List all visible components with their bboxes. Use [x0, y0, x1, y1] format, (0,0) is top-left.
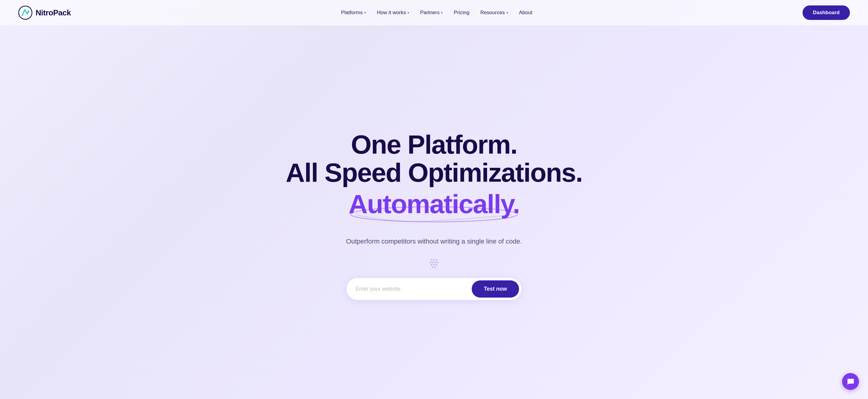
hero-section: One Platform. All Speed Optimizations. A… — [0, 26, 868, 399]
nav-item-how-it-works[interactable]: How it works ▾ — [377, 10, 409, 16]
nav-item-about[interactable]: About — [519, 10, 532, 16]
svg-point-10 — [431, 264, 433, 265]
svg-point-1 — [27, 10, 29, 12]
chat-icon — [846, 377, 855, 386]
nav-link-platforms[interactable]: Platforms ▾ — [341, 10, 366, 16]
brand-name: NitroPack — [36, 8, 71, 18]
hero-subtitle: Outperform competitors without writing a… — [346, 237, 522, 246]
dot-chevron-decoration — [425, 257, 443, 271]
nav-link-pricing[interactable]: Pricing — [454, 10, 469, 16]
svg-point-7 — [432, 261, 434, 263]
svg-point-0 — [19, 6, 32, 19]
svg-point-13 — [432, 266, 434, 268]
test-now-button[interactable]: Test now — [472, 280, 519, 297]
hero-title-line2: All Speed Optimizations. — [286, 159, 582, 187]
svg-point-9 — [437, 261, 438, 263]
svg-point-8 — [435, 261, 436, 263]
nav-item-resources[interactable]: Resources ▾ — [480, 10, 508, 16]
chevron-down-icon: ▾ — [506, 11, 508, 15]
svg-point-3 — [431, 259, 433, 260]
hero-title-auto: Automatically. — [349, 190, 520, 219]
logo-icon — [18, 5, 33, 20]
svg-point-12 — [436, 264, 437, 265]
nav-item-platforms[interactable]: Platforms ▾ — [341, 10, 366, 16]
svg-point-14 — [435, 266, 436, 268]
nav-item-pricing[interactable]: Pricing — [454, 10, 469, 16]
chat-bubble-button[interactable] — [842, 373, 859, 390]
website-input-bar: Test now — [346, 278, 522, 300]
navbar: NitroPack Platforms ▾ How it works ▾ Par… — [0, 0, 868, 26]
nav-link-how-it-works[interactable]: How it works ▾ — [377, 10, 409, 16]
nav-item-partners[interactable]: Partners ▾ — [420, 10, 443, 16]
website-input[interactable] — [355, 286, 472, 292]
dashboard-button[interactable]: Dashboard — [803, 5, 850, 20]
nav-link-resources[interactable]: Resources ▾ — [480, 10, 508, 16]
nav-link-about[interactable]: About — [519, 10, 532, 16]
nav-links: Platforms ▾ How it works ▾ Partners ▾ Pr… — [341, 10, 532, 16]
logo-link[interactable]: NitroPack — [18, 5, 71, 20]
svg-point-4 — [433, 259, 435, 260]
chevron-down-icon: ▾ — [364, 11, 366, 15]
svg-point-11 — [433, 264, 435, 265]
hero-auto-wrapper: Automatically. — [349, 190, 520, 219]
chevron-down-icon: ▾ — [441, 11, 443, 15]
svg-point-6 — [430, 261, 431, 263]
hero-title-line1: One Platform. — [351, 131, 517, 159]
svg-point-5 — [436, 259, 437, 260]
nav-link-partners[interactable]: Partners ▾ — [420, 10, 443, 16]
chevron-down-icon: ▾ — [407, 11, 409, 15]
